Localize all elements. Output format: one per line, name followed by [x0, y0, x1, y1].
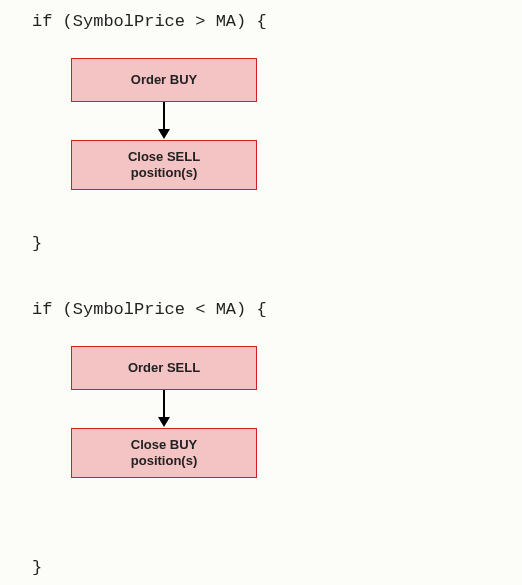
close-sell-label: Close SELL position(s) [128, 149, 200, 182]
close-brace-1: } [32, 234, 42, 253]
close-sell-box: Close SELL position(s) [71, 140, 257, 190]
if-condition-1: if (SymbolPrice > MA) { [32, 12, 267, 31]
order-buy-box: Order BUY [71, 58, 257, 102]
close-brace-2: } [32, 558, 42, 577]
trading-logic-diagram: if (SymbolPrice > MA) { Order BUY Close … [0, 0, 522, 585]
order-buy-label: Order BUY [131, 72, 197, 88]
order-sell-box: Order SELL [71, 346, 257, 390]
if-condition-2: if (SymbolPrice < MA) { [32, 300, 267, 319]
order-sell-label: Order SELL [128, 360, 200, 376]
close-buy-box: Close BUY position(s) [71, 428, 257, 478]
close-buy-label: Close BUY position(s) [131, 437, 197, 470]
